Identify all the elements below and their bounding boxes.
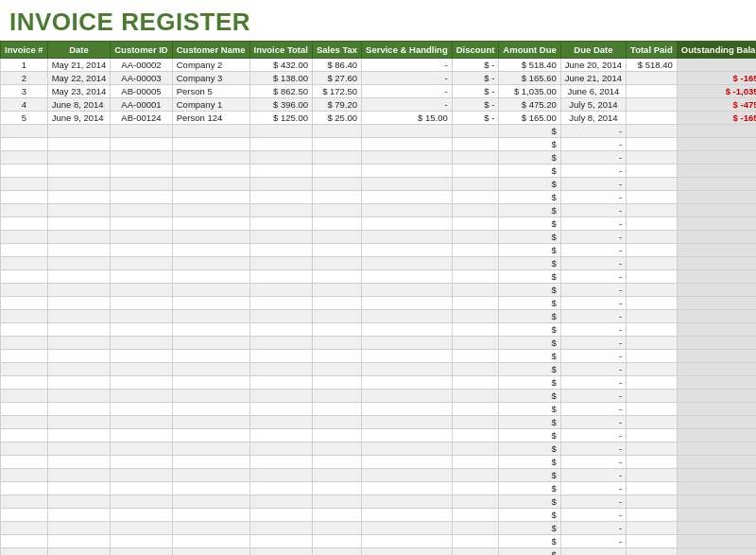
empty-cell — [312, 323, 361, 337]
empty-cell — [172, 548, 249, 556]
empty-cell — [312, 416, 361, 429]
empty-cell — [627, 323, 678, 337]
empty-cell: - — [560, 390, 626, 403]
empty-cell — [362, 323, 453, 337]
empty-cell — [249, 429, 312, 442]
empty-cell — [172, 244, 249, 257]
table-cell: Company 3 — [172, 72, 249, 85]
empty-cell — [627, 204, 678, 217]
empty-cell: - — [560, 244, 626, 257]
empty-cell: $ — [499, 363, 560, 376]
empty-cell: $ — [677, 337, 756, 350]
empty-row: $-$ — [1, 323, 757, 337]
empty-cell — [1, 244, 48, 257]
empty-cell — [452, 416, 499, 429]
empty-cell — [627, 509, 678, 522]
empty-cell — [249, 495, 312, 509]
empty-row: $-$ — [1, 217, 757, 231]
empty-cell — [312, 456, 361, 469]
table-cell: $ 432.00 — [249, 59, 312, 72]
empty-cell: $ — [677, 403, 756, 416]
empty-cell: - — [560, 191, 626, 204]
empty-cell — [312, 350, 361, 363]
empty-cell: $ — [499, 548, 560, 556]
empty-cell — [47, 522, 111, 535]
empty-cell — [362, 125, 453, 138]
col-date: Date — [47, 42, 111, 59]
empty-row: $-$ — [1, 350, 757, 363]
empty-row: $-$ — [1, 231, 757, 244]
col-sales-tax: Sales Tax — [312, 42, 361, 59]
empty-cell — [249, 270, 312, 284]
table-row: 4June 8, 2014AA-00001Company 1$ 396.00$ … — [1, 98, 757, 112]
table-cell: $ 15.00 — [362, 112, 453, 125]
empty-cell: - — [560, 456, 626, 469]
empty-cell: $ — [499, 284, 560, 297]
empty-cell — [47, 416, 111, 429]
empty-cell — [47, 270, 111, 284]
table-cell: Company 2 — [172, 59, 249, 72]
col-total-paid: Total Paid — [627, 42, 678, 59]
table-cell — [627, 85, 678, 98]
empty-cell — [627, 429, 678, 442]
empty-cell — [362, 535, 453, 548]
empty-cell — [362, 429, 453, 442]
empty-cell — [452, 257, 499, 270]
table-cell: June 20, 2014 — [560, 59, 626, 72]
empty-cell: - — [560, 350, 626, 363]
empty-cell: - — [560, 535, 626, 548]
empty-cell — [452, 244, 499, 257]
empty-cell — [47, 429, 111, 442]
empty-cell — [312, 482, 361, 495]
empty-cell — [312, 376, 361, 390]
page-title: INVOICE REGISTER — [0, 0, 756, 41]
empty-cell — [111, 337, 172, 350]
table-cell: AA-00003 — [111, 72, 172, 85]
empty-cell — [172, 204, 249, 217]
empty-cell — [47, 548, 111, 556]
empty-cell — [1, 429, 48, 442]
table-cell: Person 124 — [172, 112, 249, 125]
empty-cell — [452, 363, 499, 376]
empty-cell — [1, 403, 48, 416]
table-cell: $ 25.00 — [312, 112, 361, 125]
table-cell: May 22, 2014 — [47, 72, 111, 85]
empty-cell — [172, 469, 249, 482]
empty-row: $-$ — [1, 284, 757, 297]
empty-cell — [1, 191, 48, 204]
empty-cell: $ — [677, 390, 756, 403]
empty-cell: - — [560, 125, 626, 138]
empty-cell — [249, 482, 312, 495]
table-row: 3May 23, 2014AB-00005Person 5$ 862.50$ 1… — [1, 85, 757, 98]
empty-cell: $ — [499, 191, 560, 204]
empty-cell — [47, 469, 111, 482]
empty-cell: $ — [499, 482, 560, 495]
empty-cell — [1, 297, 48, 310]
empty-row: $-$ — [1, 416, 757, 429]
empty-cell — [47, 323, 111, 337]
empty-cell: $ — [677, 548, 756, 556]
empty-cell — [312, 495, 361, 509]
empty-cell — [362, 297, 453, 310]
empty-cell — [111, 125, 172, 138]
empty-cell — [111, 178, 172, 191]
empty-cell: - — [560, 509, 626, 522]
empty-cell — [1, 231, 48, 244]
empty-cell: $ — [499, 495, 560, 509]
empty-cell — [362, 495, 453, 509]
empty-cell — [111, 456, 172, 469]
empty-cell — [452, 231, 499, 244]
empty-row: $-$ — [1, 456, 757, 469]
empty-cell — [172, 376, 249, 390]
table-cell: Company 1 — [172, 98, 249, 112]
empty-cell: $ — [499, 323, 560, 337]
empty-cell: $ — [499, 390, 560, 403]
empty-cell — [452, 125, 499, 138]
empty-cell — [172, 442, 249, 456]
empty-cell — [312, 509, 361, 522]
empty-cell — [627, 337, 678, 350]
empty-cell — [111, 284, 172, 297]
empty-cell — [172, 191, 249, 204]
table-cell: - — [362, 85, 453, 98]
table-cell: $ -165.60 — [677, 72, 756, 85]
